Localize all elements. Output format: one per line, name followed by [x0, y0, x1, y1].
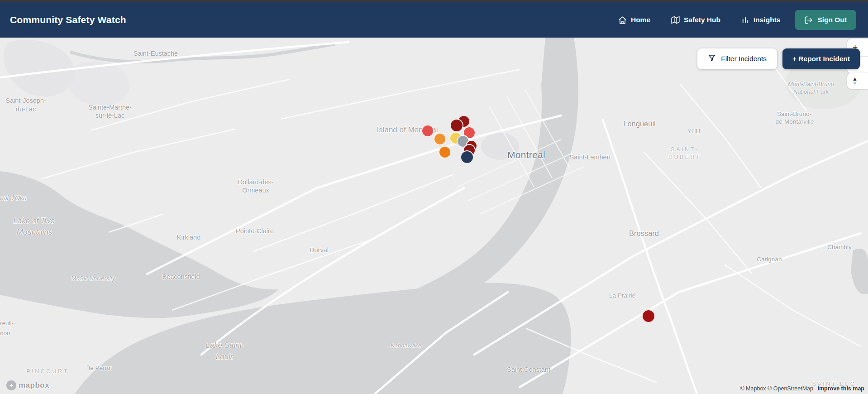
incident-marker[interactable] [439, 146, 451, 159]
app-header: Community Safety Watch Home Safety Hub I… [0, 2, 868, 38]
nav-label: Insights [754, 16, 780, 24]
bar-chart-icon [741, 16, 749, 24]
incident-marker[interactable] [421, 125, 434, 137]
app-title: Community Safety Watch [10, 14, 126, 25]
incident-marker[interactable] [434, 133, 446, 145]
nav-item-home[interactable]: Home [618, 16, 650, 24]
incident-marker[interactable] [642, 309, 655, 323]
nav-label: Home [631, 16, 650, 24]
mapbox-logo-text: mapbox [19, 381, 49, 390]
home-icon [618, 16, 627, 24]
attribution-osm-link[interactable]: © OpenStreetMap [768, 385, 813, 392]
map-icon [671, 16, 680, 24]
map-canvas[interactable]: Saint-EustacheSaint-Joseph-du-LacSainte-… [0, 38, 868, 394]
nav-label: Safety Hub [684, 16, 720, 24]
map-base-tiles [0, 38, 868, 394]
attribution-mapbox-link[interactable]: © Mapbox [740, 385, 766, 392]
pitch-control[interactable]: ▲ ▼ [847, 72, 868, 89]
mapbox-logo-icon: ✦ [6, 380, 16, 390]
report-incident-button[interactable]: + Report Incident [782, 48, 860, 69]
map-action-buttons: Filter Incidents + Report Incident [697, 48, 860, 69]
filter-incidents-button[interactable]: Filter Incidents [697, 48, 777, 69]
nav-item-insights[interactable]: Insights [741, 16, 780, 24]
improve-this-map-link[interactable]: Improve this map [818, 385, 865, 392]
mapbox-logo[interactable]: ✦ mapbox [6, 380, 49, 390]
sign-out-icon [804, 16, 813, 24]
nav-item-safety-hub[interactable]: Safety Hub [671, 16, 720, 24]
incident-marker[interactable] [460, 150, 474, 164]
main-nav: Home Safety Hub Insights [618, 16, 780, 24]
pitch-down-icon: ▼ [852, 81, 858, 86]
sign-out-button[interactable]: Sign Out [795, 10, 856, 30]
filter-label: Filter Incidents [721, 55, 767, 63]
filter-funnel-icon [708, 54, 716, 64]
sign-out-label: Sign Out [817, 16, 847, 24]
incident-marker[interactable] [450, 119, 463, 132]
map-attribution: © Mapbox © OpenStreetMap Improve this ma… [740, 385, 864, 392]
